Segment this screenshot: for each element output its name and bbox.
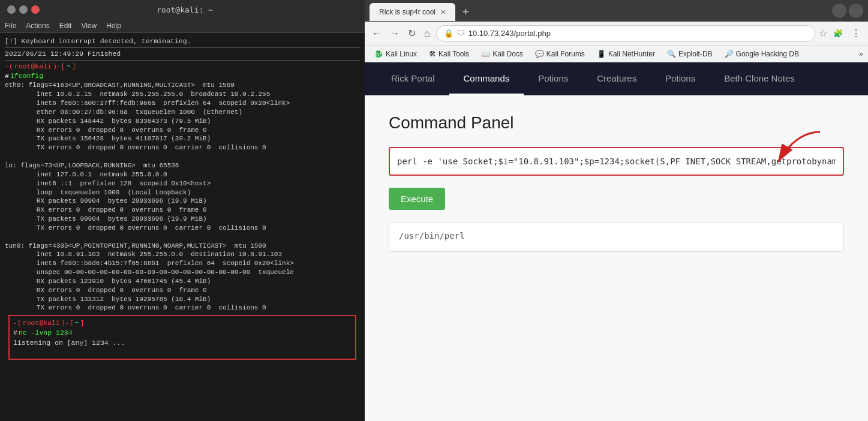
browser-tab-active[interactable]: Rick is sup4r cool ✕: [370, 3, 455, 21]
bookmarks-more-button[interactable]: »: [859, 49, 863, 58]
menu-help[interactable]: Help: [106, 22, 121, 30]
bookmark-kali-forums-label: Kali Forums: [546, 50, 585, 58]
tab-close-button[interactable]: ✕: [440, 8, 446, 16]
refresh-button[interactable]: ↻: [406, 25, 418, 41]
nav-tab-potions-2-label: Potions: [665, 73, 695, 83]
browser-titlebar: Rick is sup4r cool ✕ +: [365, 0, 868, 22]
terminal-prompt2: -(root@kali)-[~]: [13, 318, 352, 328]
terminal-menubar: File Actions Edit View Help: [0, 19, 365, 33]
exploit-db-icon: 🔍: [667, 50, 676, 58]
menu-view[interactable]: View: [81, 22, 97, 30]
bookmark-kali-forums[interactable]: 💬 Kali Forums: [530, 49, 590, 59]
terminal-listening-line: listening on [any] 1234 ...: [13, 338, 352, 348]
nav-tab-creatures-label: Creatures: [597, 73, 636, 83]
kali-nethunter-icon: 📱: [597, 50, 606, 58]
nav-tab-commands-label: Commands: [464, 73, 510, 83]
bookmarks-bar: 🐉 Kali Linux 🛠 Kali Tools 📖 Kali Docs 💬 …: [365, 46, 868, 62]
kali-linux-icon: 🐉: [374, 50, 383, 58]
bookmark-kali-tools[interactable]: 🛠 Kali Tools: [424, 49, 474, 59]
terminal-cmd2: # nc -lvnp 1234: [13, 328, 352, 338]
terminal-cmd1: # ifconfig: [5, 71, 360, 81]
bookmark-kali-linux[interactable]: 🐉 Kali Linux: [370, 49, 422, 59]
kali-forums-icon: 💬: [535, 50, 544, 58]
bookmark-exploit-db-label: Exploit-DB: [678, 50, 713, 58]
bookmark-button[interactable]: ☆: [819, 28, 827, 39]
terminal-finished-line: 2022/06/21 12:49:29 Finished: [5, 49, 360, 59]
website-content: Command Panel Execute /usr/bin/perl: [365, 95, 868, 421]
tab-title: Rick is sup4r cool: [379, 8, 435, 16]
terminal-nc-section: -(root@kali)-[~] # nc -lvnp 1234 listeni…: [8, 315, 356, 359]
terminal-cursor-line: [13, 348, 352, 356]
terminal-interrupt-line: [!] Keyboard interrupt detected, termina…: [5, 37, 360, 46]
close-button[interactable]: [31, 5, 40, 14]
minimize-button[interactable]: [7, 5, 16, 14]
menu-edit[interactable]: Edit: [59, 22, 72, 30]
execute-button[interactable]: Execute: [389, 188, 445, 210]
menu-actions[interactable]: Actions: [26, 22, 49, 30]
forward-button[interactable]: →: [388, 26, 402, 41]
terminal-panel: root@kali: ~ File Actions Edit View Help…: [0, 0, 365, 421]
profile-button-2[interactable]: [849, 4, 863, 18]
nav-tab-creatures[interactable]: Creatures: [582, 62, 651, 95]
extensions-button[interactable]: 🧩: [831, 26, 845, 40]
google-hacking-db-icon: 🔎: [725, 50, 734, 58]
nav-tab-beth-clone-notes[interactable]: Beth Clone Notes: [710, 62, 809, 95]
lock-icon: 🔒: [444, 29, 453, 38]
bookmark-exploit-db[interactable]: 🔍 Exploit-DB: [662, 49, 717, 59]
nav-tab-potions[interactable]: Potions: [524, 62, 582, 95]
address-bar[interactable]: 🔒 🛡 10.10.73.243/portal.php: [436, 25, 815, 42]
terminal-titlebar: root@kali: ~: [0, 0, 365, 19]
nav-tab-potions-label: Potions: [538, 73, 568, 83]
home-button[interactable]: ⌂: [422, 26, 433, 41]
kali-docs-icon: 📖: [481, 50, 490, 58]
profile-button-1[interactable]: [832, 4, 846, 18]
back-button[interactable]: ←: [370, 26, 384, 41]
command-input[interactable]: [395, 151, 838, 172]
nav-tab-beth-clone-notes-label: Beth Clone Notes: [724, 73, 795, 83]
menu-file[interactable]: File: [5, 22, 16, 30]
terminal-window-buttons: [7, 5, 40, 14]
menu-button[interactable]: ⋮: [849, 25, 863, 41]
bookmark-google-hacking-db-label: Google Hacking DB: [736, 50, 799, 58]
terminal-prompt1: -(root@kali)-[~]: [5, 62, 360, 71]
bookmark-google-hacking-db[interactable]: 🔎 Google Hacking DB: [720, 49, 804, 59]
url-display: 10.10.73.243/portal.php: [468, 29, 551, 38]
terminal-title: root@kali: ~: [40, 5, 330, 14]
command-input-container: [389, 147, 844, 176]
kali-tools-icon: 🛠: [429, 50, 436, 58]
browser-profile-area: [832, 4, 863, 18]
terminal-body: [!] Keyboard interrupt detected, termina…: [0, 33, 365, 421]
terminal-output-eth0: eth0: flags=4163<UP,BROADCAST,RUNNING,MU…: [5, 81, 360, 312]
shield-icon: 🛡: [457, 29, 465, 38]
nav-tab-rick-portal-label: Rick Portal: [391, 73, 435, 83]
new-tab-button[interactable]: +: [460, 5, 471, 17]
nav-tab-commands[interactable]: Commands: [449, 62, 524, 95]
command-output: /usr/bin/perl: [389, 222, 844, 252]
bookmark-kali-docs-label: Kali Docs: [492, 50, 523, 58]
bookmark-kali-docs[interactable]: 📖 Kali Docs: [476, 49, 528, 59]
bookmark-kali-linux-label: Kali Linux: [386, 50, 417, 58]
bookmark-kali-nethunter[interactable]: 📱 Kali NetHunter: [592, 49, 660, 59]
browser-navbar: ← → ↻ ⌂ 🔒 🛡 10.10.73.243/portal.php ☆ 🧩 …: [365, 22, 868, 46]
page-title: Command Panel: [389, 113, 844, 133]
bookmark-kali-tools-label: Kali Tools: [438, 50, 469, 58]
bookmark-kali-nethunter-label: Kali NetHunter: [608, 50, 655, 58]
nav-tab-rick-portal[interactable]: Rick Portal: [377, 62, 449, 95]
website-navbar: Rick Portal Commands Potions Creatures P…: [365, 62, 868, 95]
maximize-button[interactable]: [19, 5, 28, 14]
nav-tab-potions-2[interactable]: Potions: [651, 62, 710, 95]
browser-panel: Rick is sup4r cool ✕ + ← → ↻ ⌂ 🔒 🛡 10.10…: [365, 0, 868, 421]
